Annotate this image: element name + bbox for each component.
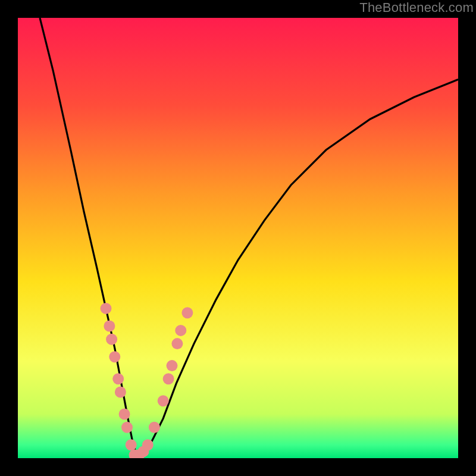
marker-dot — [163, 373, 174, 384]
marker-dot — [109, 351, 120, 362]
marker-dot — [101, 303, 112, 314]
marker-dot — [171, 338, 183, 349]
marker-dot — [142, 439, 154, 450]
marker-dot — [175, 325, 186, 336]
marker-dot — [126, 439, 137, 450]
bottleneck-curve — [40, 18, 458, 456]
marker-dot — [115, 387, 126, 398]
marker-dot — [106, 334, 117, 345]
chart-svg — [18, 18, 458, 458]
watermark: TheBottleneck.com — [359, 0, 474, 15]
marker-dot — [181, 307, 193, 318]
marker-dot — [149, 422, 160, 433]
marker-dot — [121, 422, 133, 433]
plot-area — [18, 18, 458, 458]
marker-dot — [167, 360, 178, 371]
marker-group — [101, 303, 193, 458]
marker-dot — [112, 373, 124, 384]
marker-dot — [104, 321, 115, 332]
marker-dot — [158, 395, 169, 406]
chart-frame: TheBottleneck.com — [0, 0, 476, 476]
marker-dot — [119, 409, 130, 420]
